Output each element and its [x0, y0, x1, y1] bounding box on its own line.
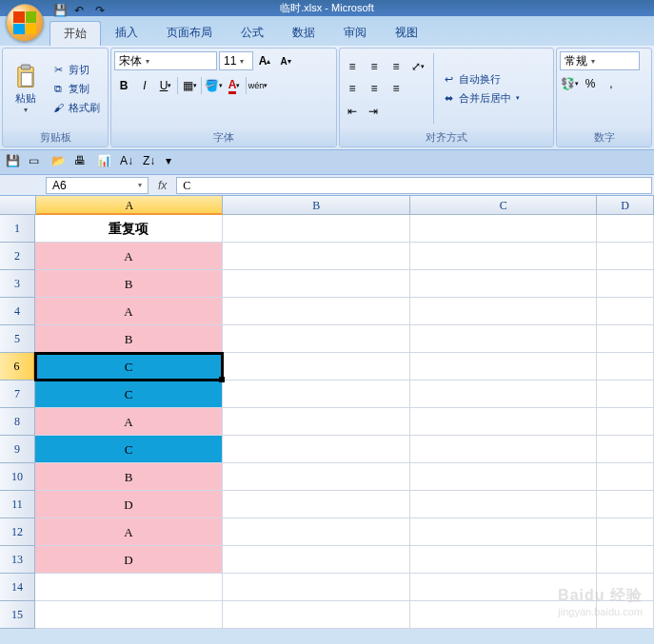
cell[interactable] — [410, 574, 598, 601]
cell[interactable] — [597, 215, 654, 243]
cell[interactable] — [223, 381, 410, 408]
filter-icon[interactable]: ▾ — [166, 154, 183, 171]
align-bottom-button[interactable]: ≡ — [386, 57, 406, 76]
number-format-combo[interactable]: 常规▾ — [560, 51, 640, 70]
tab-view[interactable]: 视图 — [381, 20, 432, 46]
row-header[interactable]: 8 — [0, 408, 35, 436]
cell[interactable] — [410, 381, 598, 408]
cell[interactable] — [597, 546, 654, 574]
cell[interactable] — [223, 270, 410, 298]
increase-indent-button[interactable]: ⇥ — [364, 102, 383, 121]
cut-button[interactable]: ✂剪切 — [48, 61, 103, 78]
cell[interactable] — [410, 463, 598, 491]
office-button[interactable] — [6, 4, 44, 42]
column-header-B[interactable]: B — [223, 196, 409, 215]
column-header-A[interactable]: A — [36, 196, 223, 215]
font-size-combo[interactable]: 11▾ — [219, 51, 253, 70]
underline-button[interactable]: U▾ — [156, 76, 175, 95]
font-color-button[interactable]: A▾ — [225, 76, 244, 95]
cell[interactable] — [223, 546, 410, 574]
cell[interactable] — [35, 601, 223, 629]
cell[interactable] — [410, 243, 598, 270]
column-header-C[interactable]: C — [410, 196, 597, 215]
cell[interactable] — [410, 491, 598, 518]
tab-page-layout[interactable]: 页面布局 — [152, 20, 227, 46]
column-header-D[interactable]: D — [597, 196, 654, 215]
row-header[interactable]: 15 — [0, 601, 35, 629]
cell[interactable] — [223, 215, 410, 243]
comma-button[interactable]: , — [602, 74, 621, 93]
orientation-button[interactable]: ⤢▾ — [408, 57, 427, 76]
cell[interactable]: A — [35, 243, 223, 270]
cell[interactable]: B — [35, 325, 223, 353]
cell[interactable]: C — [35, 381, 223, 408]
chart-icon[interactable]: 📊 — [97, 154, 114, 171]
cell[interactable] — [597, 436, 654, 463]
sort-asc-icon[interactable]: A↓ — [120, 154, 137, 171]
decrease-indent-button[interactable]: ⇤ — [343, 102, 362, 121]
cell[interactable]: A — [35, 408, 223, 436]
cell[interactable] — [410, 546, 598, 574]
increase-font-button[interactable]: A▴ — [255, 51, 274, 70]
fill-color-button[interactable]: 🪣▾ — [204, 76, 223, 95]
open-icon[interactable]: 📂 — [51, 154, 69, 171]
row-header[interactable]: 12 — [0, 518, 35, 546]
cell[interactable] — [597, 491, 654, 518]
row-header[interactable]: 4 — [0, 298, 35, 325]
cell[interactable] — [597, 325, 654, 353]
cell[interactable] — [597, 463, 654, 491]
cell[interactable] — [223, 491, 410, 518]
row-header[interactable]: 7 — [0, 381, 35, 408]
tab-home[interactable]: 开始 — [50, 21, 101, 46]
align-left-button[interactable]: ≡ — [343, 79, 362, 98]
cell[interactable]: A — [35, 518, 223, 546]
cell[interactable]: A — [35, 298, 223, 325]
cell[interactable]: D — [35, 491, 223, 518]
row-header[interactable]: 10 — [0, 463, 35, 491]
tab-formulas[interactable]: 公式 — [227, 20, 278, 46]
cell[interactable] — [223, 463, 410, 491]
spreadsheet-grid[interactable]: ABCD 1重复项2A3B4A5B6C7C8A9C10B11D12A13D141… — [0, 196, 654, 629]
bold-button[interactable]: B — [114, 76, 133, 95]
cell[interactable] — [410, 298, 598, 325]
print-icon[interactable]: 🖶 — [74, 154, 91, 171]
cell[interactable] — [410, 270, 598, 298]
cell[interactable] — [597, 518, 654, 546]
row-header[interactable]: 2 — [0, 243, 35, 270]
row-header[interactable]: 11 — [0, 491, 35, 518]
cell[interactable]: C — [35, 436, 223, 463]
sort-desc-icon[interactable]: Z↓ — [143, 154, 160, 171]
cell[interactable] — [35, 574, 223, 601]
row-header[interactable]: 1 — [0, 215, 35, 243]
currency-button[interactable]: 💱▾ — [560, 74, 579, 93]
paste-button[interactable]: 粘贴 ▾ — [6, 51, 46, 126]
decrease-font-button[interactable]: A▾ — [276, 51, 295, 70]
row-header[interactable]: 6 — [0, 353, 35, 381]
cell[interactable] — [597, 574, 654, 601]
align-center-button[interactable]: ≡ — [365, 79, 384, 98]
wrap-text-button[interactable]: ↩自动换行 — [438, 70, 523, 88]
cell[interactable] — [410, 325, 598, 353]
cell[interactable] — [597, 353, 654, 381]
cell[interactable] — [410, 436, 598, 463]
row-header[interactable]: 3 — [0, 270, 35, 298]
font-name-combo[interactable]: 宋体▾ — [114, 51, 217, 70]
cell[interactable] — [223, 408, 410, 436]
select-all-corner[interactable] — [0, 196, 36, 215]
undo-icon[interactable]: ↶ — [74, 4, 89, 19]
name-box[interactable]: A6▾ — [46, 177, 149, 194]
cell[interactable] — [410, 518, 598, 546]
cell[interactable] — [597, 408, 654, 436]
align-right-button[interactable]: ≡ — [386, 79, 406, 98]
tab-insert[interactable]: 插入 — [101, 20, 152, 46]
cell[interactable]: B — [35, 270, 223, 298]
cell[interactable] — [223, 436, 410, 463]
tab-review[interactable]: 审阅 — [329, 20, 381, 46]
cell[interactable] — [597, 270, 654, 298]
cell[interactable] — [223, 518, 410, 546]
row-header[interactable]: 5 — [0, 325, 35, 353]
redo-icon[interactable]: ↷ — [95, 4, 110, 19]
row-header[interactable]: 9 — [0, 436, 35, 463]
cell[interactable]: 重复项 — [35, 215, 223, 243]
formula-input[interactable]: C — [176, 177, 652, 194]
